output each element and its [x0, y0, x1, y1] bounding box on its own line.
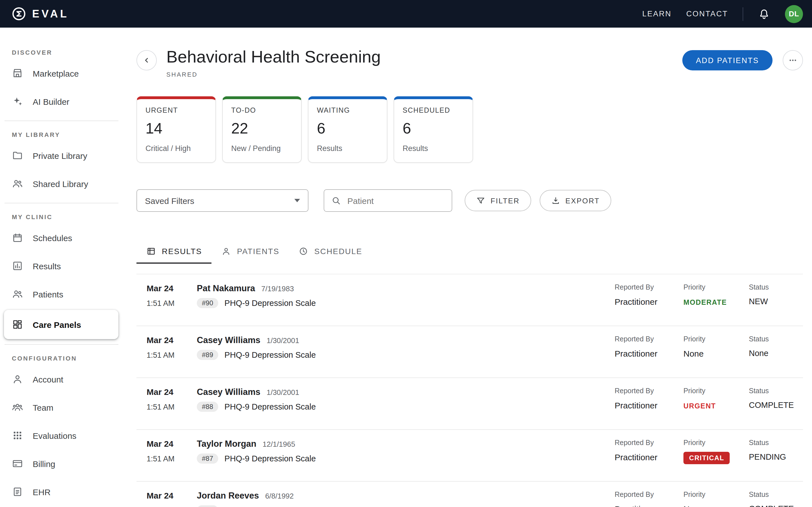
- sidebar-item-account[interactable]: Account: [0, 365, 123, 393]
- priority-header: Priority: [683, 387, 749, 395]
- user-avatar[interactable]: DL: [785, 5, 803, 23]
- table-row[interactable]: Mar 24 1:51 AM Casey Williams 1/30/2001 …: [137, 378, 803, 430]
- group-icon: [12, 402, 23, 413]
- sidebar-item-label: Shared Library: [33, 179, 88, 188]
- result-id-badge: #89: [197, 350, 218, 360]
- priority-value: MODERATE: [683, 298, 749, 306]
- chevron-left-icon: [142, 55, 152, 65]
- tab-patients[interactable]: PATIENTS: [211, 240, 289, 263]
- stat-value: 6: [317, 120, 378, 137]
- patient-dob: 7/19/1983: [261, 284, 294, 293]
- sidebar-item-billing[interactable]: Billing: [0, 450, 123, 478]
- stat-value: 14: [146, 120, 207, 137]
- stat-label: WAITING: [317, 107, 378, 114]
- shared-badge: SHARED: [166, 71, 380, 78]
- stat-card-waiting[interactable]: WAITING 6 Results: [308, 96, 388, 163]
- stat-card-urgent[interactable]: URGENT 14 Critical / High: [137, 96, 216, 163]
- table-row[interactable]: Mar 24 1:51 AM Taylor Morgan 12/1/1965 #…: [137, 430, 803, 482]
- sidebar-item-label: Patients: [33, 289, 63, 299]
- patient-dob: 1/30/2001: [266, 336, 299, 345]
- sidebar-item-schedules[interactable]: Schedules: [0, 224, 123, 252]
- status-value: None: [749, 349, 803, 358]
- patient-name: Jordan Reeves: [197, 491, 259, 501]
- sidebar-section-configuration: CONFIGURATION: [12, 355, 123, 362]
- sidebar-item-shared-library[interactable]: Shared Library: [0, 170, 123, 198]
- app-window: EVAL LEARN CONTACT DL DISCOVER Marketpla…: [0, 0, 812, 507]
- view-tabs: RESULTS PATIENTS SCHEDULE: [137, 240, 803, 263]
- sidebar-item-label: AI Builder: [33, 97, 69, 106]
- patient-dob: 12/1/1965: [262, 440, 295, 448]
- results-table: Mar 24 1:51 AM Pat Nakamura 7/19/1983 #9…: [137, 274, 803, 507]
- sidebar-item-label: Marketplace: [33, 68, 79, 78]
- topbar: EVAL LEARN CONTACT DL: [0, 0, 812, 27]
- nav-contact[interactable]: CONTACT: [686, 10, 728, 18]
- status-header: Status: [749, 439, 803, 447]
- saved-filters-value: Saved Filters: [145, 196, 194, 205]
- nav-learn[interactable]: LEARN: [642, 10, 672, 18]
- sidebar-item-private-library[interactable]: Private Library: [0, 142, 123, 170]
- more-horizontal-icon: [788, 55, 798, 65]
- credit-card-icon: [12, 458, 23, 469]
- patient-search-input[interactable]: [346, 195, 445, 206]
- more-options-button[interactable]: [783, 50, 803, 70]
- notifications-bell-icon[interactable]: [758, 8, 770, 20]
- status-header: Status: [749, 387, 803, 395]
- sidebar: DISCOVER Marketplace AI Builder MY LIBRA…: [0, 27, 123, 507]
- status-header: Status: [749, 283, 803, 291]
- row-date: Mar 24: [147, 387, 197, 397]
- main-content: Behavioral Health Screening SHARED ADD P…: [123, 27, 812, 507]
- sidebar-item-care-panels[interactable]: Care Panels: [4, 310, 118, 339]
- bar-chart-icon: [12, 260, 23, 272]
- sparkle-icon: [12, 96, 23, 107]
- page-title: Behavioral Health Screening: [166, 47, 380, 67]
- tab-results[interactable]: RESULTS: [137, 240, 211, 263]
- table-row[interactable]: Mar 24 1:51 AM Jordan Reeves 6/8/1992 #8…: [137, 482, 803, 507]
- back-button[interactable]: [137, 50, 157, 70]
- row-time: 1:51 AM: [147, 403, 197, 411]
- funnel-icon: [476, 196, 486, 205]
- saved-filters-select[interactable]: Saved Filters: [137, 189, 308, 212]
- sidebar-item-team[interactable]: Team: [0, 393, 123, 421]
- table-row[interactable]: Mar 24 1:51 AM Pat Nakamura 7/19/1983 #9…: [137, 274, 803, 326]
- sidebar-divider: [4, 121, 118, 121]
- priority-value: URGENT: [683, 402, 749, 410]
- sidebar-item-marketplace[interactable]: Marketplace: [0, 59, 123, 87]
- page-header: Behavioral Health Screening SHARED ADD P…: [137, 45, 803, 78]
- priority-value: None: [683, 504, 749, 507]
- sidebar-item-ehr[interactable]: EHR: [0, 478, 123, 506]
- tab-label: PATIENTS: [237, 247, 279, 256]
- patient-search[interactable]: [324, 189, 452, 212]
- tab-schedule[interactable]: SCHEDULE: [289, 240, 372, 263]
- sidebar-item-results[interactable]: Results: [0, 252, 123, 280]
- sidebar-item-evaluations[interactable]: Evaluations: [0, 421, 123, 450]
- patient-name: Pat Nakamura: [197, 283, 255, 293]
- status-value: PENDING: [749, 452, 803, 461]
- sidebar-section-my-clinic: MY CLINIC: [12, 214, 123, 220]
- row-date: Mar 24: [147, 439, 197, 448]
- stat-sub: New / Pending: [231, 144, 293, 153]
- priority-value: None: [683, 349, 749, 358]
- stat-sub: Critical / High: [146, 144, 207, 153]
- apps-grid-icon: [12, 430, 23, 441]
- patient-name: Taylor Morgan: [197, 439, 256, 449]
- row-date: Mar 24: [147, 283, 197, 293]
- sidebar-item-patients[interactable]: Patients: [0, 280, 123, 308]
- stat-card-todo[interactable]: TO-DO 22 New / Pending: [222, 96, 302, 163]
- patient-dob: 6/8/1992: [265, 492, 294, 500]
- result-id-badge: #88: [197, 402, 218, 412]
- sidebar-item-ai-builder[interactable]: AI Builder: [0, 87, 123, 115]
- add-patients-button[interactable]: ADD PATIENTS: [682, 50, 772, 70]
- stat-sub: Results: [403, 144, 464, 153]
- brand-home-link[interactable]: EVAL: [11, 6, 69, 21]
- export-button[interactable]: EXPORT: [539, 190, 611, 211]
- sidebar-item-label: Billing: [33, 459, 55, 468]
- assessment-name: PHQ-9 Depression Scale: [224, 454, 316, 463]
- reported-by-value: Practitioner: [615, 452, 683, 462]
- stat-card-scheduled[interactable]: SCHEDULED 6 Results: [394, 96, 473, 163]
- filter-button[interactable]: FILTER: [465, 190, 531, 211]
- sidebar-item-label: Private Library: [33, 151, 87, 160]
- table-row[interactable]: Mar 24 1:51 AM Casey Williams 1/30/2001 …: [137, 326, 803, 378]
- top-navigation: LEARN CONTACT DL: [642, 5, 803, 23]
- reported-by-header: Reported By: [615, 439, 683, 447]
- search-icon: [331, 195, 341, 206]
